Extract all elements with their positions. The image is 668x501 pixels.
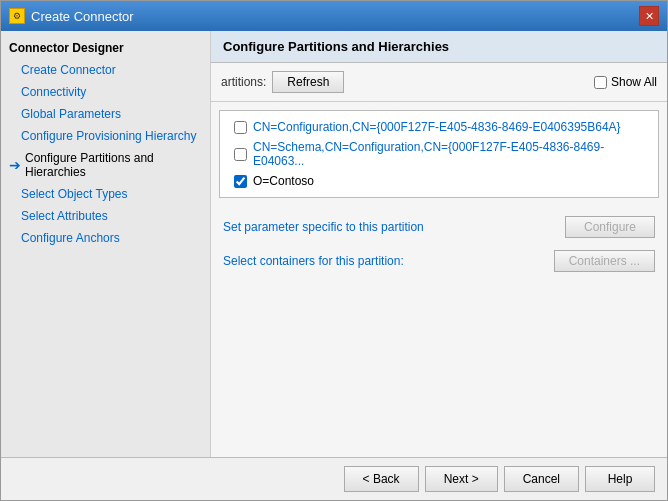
sidebar-header: Connector Designer: [1, 37, 210, 59]
partition-checkbox-0[interactable]: [234, 121, 247, 134]
footer: < Back Next > Cancel Help: [1, 457, 667, 500]
partition-label-0: CN=Configuration,CN={000F127F-E405-4836-…: [253, 120, 621, 134]
title-buttons: ✕: [639, 6, 659, 26]
close-button[interactable]: ✕: [639, 6, 659, 26]
sidebar-item-configure-partitions[interactable]: ➔ Configure Partitions and Hierarchies: [1, 147, 210, 183]
sidebar-label-select-attributes: Select Attributes: [21, 209, 108, 223]
sidebar-item-configure-provisioning-hierarchy[interactable]: Configure Provisioning Hierarchy: [1, 125, 210, 147]
partition-label-1: CN=Schema,CN=Configuration,CN={000F127F-…: [253, 140, 644, 168]
back-button[interactable]: < Back: [344, 466, 419, 492]
panel-header: Configure Partitions and Hierarchies: [211, 31, 667, 63]
partition-checkbox-2[interactable]: [234, 175, 247, 188]
app-icon: ⚙: [9, 8, 25, 24]
configure-label: Set parameter specific to this partition: [223, 220, 424, 234]
sidebar-item-create-connector[interactable]: Create Connector: [1, 59, 210, 81]
panel-body: artitions: Refresh Show All CN=Configura…: [211, 63, 667, 457]
help-button[interactable]: Help: [585, 466, 655, 492]
sidebar-label-global-parameters: Global Parameters: [21, 107, 121, 121]
containers-button[interactable]: Containers ...: [554, 250, 655, 272]
partition-row-0: CN=Configuration,CN={000F127F-E405-4836-…: [230, 117, 648, 137]
show-all-label: Show All: [611, 75, 657, 89]
sidebar-label-configure-provisioning-hierarchy: Configure Provisioning Hierarchy: [21, 129, 196, 143]
partition-checkbox-1[interactable]: [234, 148, 247, 161]
partitions-list: CN=Configuration,CN={000F127F-E405-4836-…: [219, 110, 659, 198]
title-bar-left: ⚙ Create Connector: [9, 8, 134, 24]
sidebar-item-select-attributes[interactable]: Select Attributes: [1, 205, 210, 227]
next-button[interactable]: Next >: [425, 466, 498, 492]
partition-row-2: O=Contoso: [230, 171, 648, 191]
sidebar-label-select-object-types: Select Object Types: [21, 187, 128, 201]
show-all-container: Show All: [594, 75, 657, 89]
sidebar-item-connectivity[interactable]: Connectivity: [1, 81, 210, 103]
show-all-checkbox[interactable]: [594, 76, 607, 89]
sidebar: Connector Designer Create Connector Conn…: [1, 31, 211, 457]
sidebar-item-configure-anchors[interactable]: Configure Anchors: [1, 227, 210, 249]
window-title: Create Connector: [31, 9, 134, 24]
main-panel: Configure Partitions and Hierarchies art…: [211, 31, 667, 457]
toolbar-row: artitions: Refresh Show All: [211, 63, 667, 102]
cancel-button[interactable]: Cancel: [504, 466, 579, 492]
refresh-button[interactable]: Refresh: [272, 71, 344, 93]
current-arrow-icon: ➔: [9, 157, 21, 173]
title-bar: ⚙ Create Connector ✕: [1, 1, 667, 31]
containers-label: Select containers for this partition:: [223, 254, 404, 268]
sidebar-label-connectivity: Connectivity: [21, 85, 86, 99]
sidebar-label-create-connector: Create Connector: [21, 63, 116, 77]
sidebar-item-select-object-types[interactable]: Select Object Types: [1, 183, 210, 205]
configure-row: Set parameter specific to this partition…: [223, 216, 655, 238]
content-area: Connector Designer Create Connector Conn…: [1, 31, 667, 457]
configure-button[interactable]: Configure: [565, 216, 655, 238]
main-window: ⚙ Create Connector ✕ Connector Designer …: [0, 0, 668, 501]
info-section: Set parameter specific to this partition…: [211, 206, 667, 457]
sidebar-item-global-parameters[interactable]: Global Parameters: [1, 103, 210, 125]
partitions-label: artitions:: [221, 75, 266, 89]
containers-row: Select containers for this partition: Co…: [223, 250, 655, 272]
partition-row-1: CN=Schema,CN=Configuration,CN={000F127F-…: [230, 137, 648, 171]
partition-label-2: O=Contoso: [253, 174, 314, 188]
sidebar-label-configure-partitions: Configure Partitions and Hierarchies: [25, 151, 202, 179]
sidebar-label-configure-anchors: Configure Anchors: [21, 231, 120, 245]
